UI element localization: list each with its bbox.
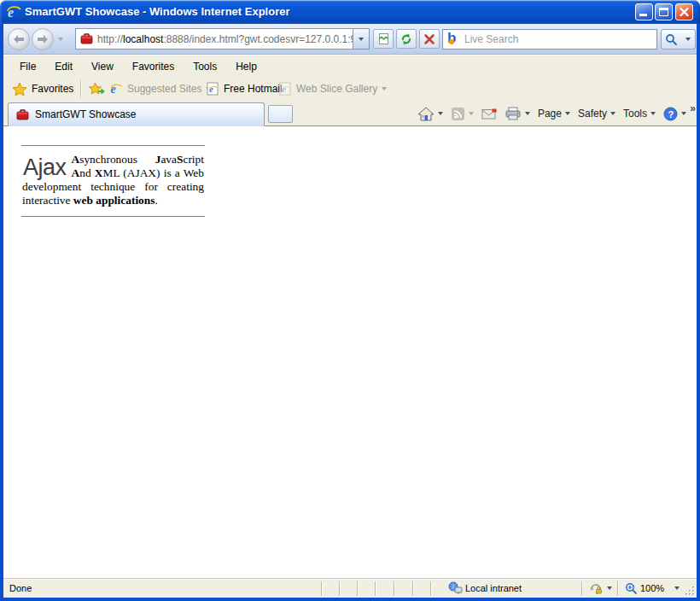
feeds-button[interactable] [451, 107, 474, 121]
address-bar-input[interactable]: http://localhost:8888/index.html?gwt.cod… [75, 28, 370, 50]
url-scheme: http:// [97, 33, 123, 45]
add-to-favorites-bar-button[interactable] [89, 77, 105, 101]
chevron-down-icon [685, 38, 691, 41]
chevron-down-icon [382, 87, 387, 90]
free-hotmail-label: Free Hotmail [224, 83, 283, 95]
page-content: Ajax Asynchronous JavaScript And XML (AJ… [3, 126, 697, 578]
toolbar-overflow-chevron[interactable]: » [690, 102, 696, 114]
compatibility-view-button[interactable] [373, 29, 394, 49]
web-slice-gallery-button[interactable]: e Web Slice Gallery [278, 77, 387, 101]
print-button[interactable] [505, 107, 530, 120]
magnifier-icon [665, 33, 678, 46]
refresh-button[interactable] [396, 29, 417, 49]
forward-button[interactable] [32, 28, 54, 50]
window-title: SmartGWT Showcase - Windows Internet Exp… [25, 5, 290, 18]
chevron-down-icon[interactable] [674, 586, 680, 590]
compatibility-view-icon [377, 32, 390, 45]
chevron-down-icon [650, 112, 656, 115]
url-path: :8888/index.html?gwt.codesvr=127.0.0.1:9… [163, 33, 353, 45]
title-bar: e SmartGWT Showcase - Windows Internet E… [0, 0, 700, 24]
ajax-definition-box: Ajax Asynchronous JavaScript And XML (AJ… [21, 145, 205, 217]
security-zone-icon[interactable] [589, 582, 603, 595]
star-icon [12, 82, 27, 96]
chevron-down-icon [565, 112, 570, 115]
home-icon [417, 107, 435, 121]
close-button[interactable] [675, 3, 693, 20]
search-options-dropdown[interactable] [681, 29, 696, 50]
chevron-down-icon[interactable] [607, 586, 612, 590]
status-bar: Done Local intranet [3, 578, 697, 598]
menu-favorites[interactable]: Favorites [123, 58, 184, 75]
favorites-button[interactable]: Favorites [12, 77, 73, 101]
menu-file[interactable]: File [10, 58, 45, 75]
toolbar-separator [80, 80, 81, 97]
forward-arrow-icon [36, 34, 50, 44]
menu-help[interactable]: Help [226, 58, 266, 75]
suggested-sites-button[interactable]: e Suggested Sites [109, 77, 211, 101]
search-box: b [442, 29, 657, 50]
page-favicon-red-toolbox-icon [80, 33, 93, 44]
chevron-down-icon [610, 112, 615, 115]
zoom-level[interactable]: 100% [640, 583, 664, 593]
svg-text:?: ? [668, 108, 674, 119]
tools-menu-label: Tools [623, 108, 647, 120]
ie-logo-icon: e [6, 4, 21, 20]
home-button[interactable] [417, 107, 443, 121]
chevron-down-icon [525, 112, 530, 115]
svg-text:e: e [209, 84, 213, 94]
close-icon [676, 4, 692, 20]
help-button[interactable]: ? [663, 107, 686, 121]
security-zone-label: Local intranet [465, 583, 522, 593]
maximize-button[interactable] [655, 3, 673, 20]
refresh-icon [400, 32, 413, 46]
window-frame: http://localhost:8888/index.html?gwt.cod… [0, 24, 700, 601]
recent-pages-chevron-icon[interactable] [58, 38, 63, 41]
svg-text:e: e [282, 84, 286, 94]
add-favorite-star-icon [89, 82, 105, 96]
tab-favicon-red-toolbox-icon [16, 109, 29, 120]
free-hotmail-button[interactable]: e Free Hotmail [206, 77, 283, 101]
maximize-icon [659, 8, 668, 16]
web-slice-gallery-label: Web Slice Gallery [296, 83, 377, 95]
favorites-bar: Favorites e Suggested Sites [3, 77, 697, 101]
menu-bar: File Edit View Favorites Tools Help [3, 55, 697, 77]
tab-smartgwt-showcase[interactable]: SmartGWT Showcase [8, 102, 265, 126]
tab-bar: SmartGWT Showcase [3, 101, 697, 126]
stop-button[interactable] [419, 29, 440, 49]
safety-menu-label: Safety [578, 108, 607, 120]
chevron-down-icon [359, 38, 364, 41]
help-icon: ? [663, 107, 678, 121]
ie-page-icon: e [278, 82, 292, 96]
chevron-down-icon [438, 112, 443, 115]
search-button[interactable] [661, 29, 682, 50]
chevron-down-icon [469, 112, 474, 115]
minimize-button[interactable] [635, 3, 653, 20]
read-mail-button[interactable] [481, 108, 497, 120]
back-arrow-icon [12, 34, 26, 44]
mail-icon [481, 108, 497, 120]
feed-icon [451, 107, 465, 121]
search-input[interactable] [460, 33, 656, 45]
tab-label: SmartGWT Showcase [35, 108, 136, 120]
back-button[interactable] [8, 28, 30, 50]
bing-icon: b [446, 32, 460, 46]
safety-menu-button[interactable]: Safety [578, 108, 615, 120]
intranet-computer-icon [448, 581, 463, 595]
favorites-label: Favorites [32, 83, 73, 95]
menu-tools[interactable]: Tools [184, 58, 226, 75]
ie-page-icon: e [206, 82, 219, 96]
tools-menu-button[interactable]: Tools [623, 108, 656, 120]
ajax-term: Ajax [23, 155, 67, 180]
resize-grip[interactable] [685, 586, 696, 597]
address-toolbar: http://localhost:8888/index.html?gwt.cod… [3, 24, 697, 55]
chevron-down-icon [681, 112, 686, 115]
page-menu-button[interactable]: Page [538, 108, 570, 120]
url-history-dropdown[interactable] [353, 29, 369, 49]
browser-window: e SmartGWT Showcase - Windows Internet E… [0, 0, 700, 601]
menu-view[interactable]: View [82, 58, 123, 75]
ie-logo-icon: e [109, 82, 123, 96]
print-icon [505, 107, 522, 120]
menu-edit[interactable]: Edit [45, 58, 82, 75]
new-tab-button[interactable] [268, 105, 293, 123]
stop-icon [423, 33, 435, 45]
